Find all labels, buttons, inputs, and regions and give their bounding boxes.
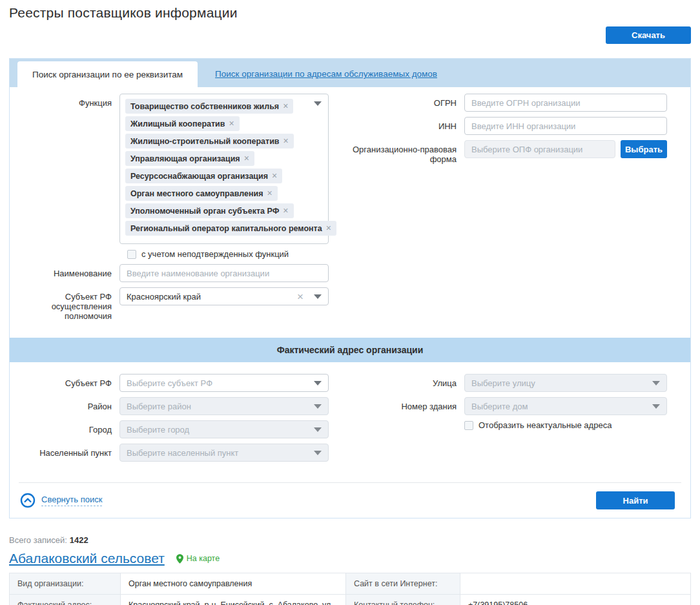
region-authority-label: Субъект РФ осуществления полномочия xyxy=(10,287,119,321)
settlement-placeholder: Выберите населенный пункт xyxy=(127,448,309,458)
opf-input xyxy=(464,140,615,158)
city-placeholder: Выберите город xyxy=(127,425,309,435)
district-select: Выберите район xyxy=(119,397,329,415)
name-label: Наименование xyxy=(10,264,119,282)
chevron-down-icon xyxy=(652,404,660,409)
form-right-column: ОГРН ИНН Организационно-правовая форма xyxy=(350,94,690,321)
table-row: Вид организации: Орган местного самоупра… xyxy=(10,573,691,595)
city-row: Город Выберите город xyxy=(10,420,350,438)
function-chip: Орган местного самоуправления× xyxy=(125,186,278,201)
city-label: Город xyxy=(10,420,119,438)
unconfirmed-functions-row: с учетом неподтвержденных функций xyxy=(127,249,350,259)
chip-label: Орган местного самоуправления xyxy=(130,189,263,198)
remove-icon[interactable]: × xyxy=(229,118,234,128)
settlement-label: Населенный пункт xyxy=(10,444,119,462)
city-select: Выберите город xyxy=(119,420,329,438)
results-total-value: 1422 xyxy=(70,535,88,545)
field-value: +7(39195)78506 xyxy=(460,595,691,605)
chevron-down-icon xyxy=(652,381,660,385)
chevron-down-icon xyxy=(314,427,322,432)
function-label: Функция xyxy=(10,94,119,244)
function-chip: Жилищно-строительный кооператив× xyxy=(125,134,294,149)
results-total: Всего записей:1422 xyxy=(9,535,691,545)
function-chip: Ресурсоснабжающая организация× xyxy=(125,169,282,183)
unconfirmed-functions-checkbox[interactable] xyxy=(127,250,136,259)
remove-icon[interactable]: × xyxy=(244,153,249,163)
field-value: Красноярский край, р-н. Енисейский, с. А… xyxy=(121,595,346,605)
inactive-addresses-label: Отобразить неактуальные адреса xyxy=(479,420,612,430)
collapse-icon[interactable] xyxy=(20,493,36,508)
chevron-down-icon xyxy=(314,451,322,455)
record-header: Абалаковский сельсовет На карте xyxy=(9,551,691,566)
name-input[interactable] xyxy=(119,264,329,282)
district-row: Район Выберите район xyxy=(10,397,350,415)
field-label: Контактный телефон: xyxy=(346,595,460,605)
district-placeholder: Выберите район xyxy=(127,402,309,411)
remove-icon[interactable]: × xyxy=(283,101,288,111)
chip-label: Региональный оператор капитального ремон… xyxy=(130,224,322,233)
chip-label: Жилищно-строительный кооператив xyxy=(130,137,280,146)
settlement-select: Выберите населенный пункт xyxy=(119,444,329,462)
chevron-down-icon[interactable] xyxy=(314,381,322,385)
tab-search-by-addresses[interactable]: Поиск организации по адресам обслуживаем… xyxy=(215,69,437,79)
collapse-search[interactable]: Свернуть поиск xyxy=(20,493,102,508)
map-pin-icon xyxy=(176,554,183,564)
remove-icon[interactable]: × xyxy=(283,136,289,146)
page-title: Реестры поставщиков информации xyxy=(9,0,691,21)
region-label: Субъект РФ xyxy=(10,374,119,392)
function-chip: Жилищный кооператив× xyxy=(125,116,240,131)
address-right-column: Улица Выберите улицу Номер здания Выбери… xyxy=(350,374,690,462)
street-select: Выберите улицу xyxy=(464,374,667,392)
remove-icon[interactable]: × xyxy=(267,188,272,198)
remove-icon[interactable]: × xyxy=(326,223,331,233)
house-label: Номер здания xyxy=(350,397,464,415)
inn-input[interactable] xyxy=(464,117,667,135)
function-row: Функция Товарищество собственников жилья… xyxy=(10,94,350,244)
tab-bar: Поиск организации по ее реквизитам Поиск… xyxy=(10,59,690,87)
clear-icon[interactable]: × xyxy=(297,291,304,302)
region-authority-value: Красноярский край xyxy=(127,292,297,302)
street-label: Улица xyxy=(350,374,464,392)
function-multiselect[interactable]: Товарищество собственников жилья× Жилищн… xyxy=(119,94,329,244)
results-total-label: Всего записей: xyxy=(9,535,67,545)
collapse-search-label[interactable]: Свернуть поиск xyxy=(41,495,102,506)
chip-label: Уполномоченный орган субъекта РФ xyxy=(130,207,279,216)
ogrn-label: ОГРН xyxy=(350,94,464,112)
organization-link[interactable]: Абалаковский сельсовет xyxy=(9,551,165,566)
function-chip: Региональный оператор капитального ремон… xyxy=(125,221,336,236)
house-row: Номер здания Выберите дом xyxy=(350,397,690,415)
form-left-column: Функция Товарищество собственников жилья… xyxy=(10,94,350,321)
inn-label: ИНН xyxy=(350,117,464,135)
chevron-down-icon[interactable] xyxy=(314,101,322,106)
region-authority-row: Субъект РФ осуществления полномочия Крас… xyxy=(10,287,350,321)
function-chip: Товарищество собственников жилья× xyxy=(125,99,293,114)
chip-label: Управляющая организация xyxy=(130,154,240,163)
chip-label: Товарищество собственников жилья xyxy=(130,102,279,111)
field-label: Фактический адрес: xyxy=(10,595,121,605)
search-panel-footer: Свернуть поиск Найти xyxy=(19,482,681,518)
region-select[interactable]: Выберите субъект РФ xyxy=(119,374,329,392)
opf-select-button[interactable]: Выбрать xyxy=(621,140,667,158)
page: Реестры поставщиков информации Скачать П… xyxy=(0,0,700,605)
find-button[interactable]: Найти xyxy=(596,491,675,509)
tab-search-by-requisites[interactable]: Поиск организации по ее реквизитам xyxy=(17,61,198,87)
address-left-column: Субъект РФ Выберите субъект РФ Район Выб… xyxy=(10,374,350,462)
on-map-link[interactable]: На карте xyxy=(176,554,220,564)
field-value: Орган местного самоуправления xyxy=(121,573,346,595)
chip-label: Жилищный кооператив xyxy=(130,119,225,128)
ogrn-input[interactable] xyxy=(464,94,667,112)
remove-icon[interactable]: × xyxy=(283,205,288,216)
region-authority-select[interactable]: Красноярский край × xyxy=(119,287,329,305)
field-label: Вид организации: xyxy=(10,573,121,595)
table-row: Фактический адрес: Красноярский край, р-… xyxy=(10,595,691,605)
inn-row: ИНН xyxy=(350,117,690,135)
remove-icon[interactable]: × xyxy=(272,170,277,181)
chevron-down-icon[interactable] xyxy=(314,294,322,299)
download-button[interactable]: Скачать xyxy=(606,26,691,44)
on-map-label[interactable]: На карте xyxy=(187,554,220,563)
function-chip: Уполномоченный орган субъекта РФ× xyxy=(125,203,294,218)
settlement-row: Населенный пункт Выберите населенный пун… xyxy=(10,444,350,462)
region-placeholder: Выберите субъект РФ xyxy=(127,378,309,388)
inactive-addresses-checkbox[interactable] xyxy=(464,421,473,430)
inactive-addresses-row: Отобразить неактуальные адреса xyxy=(350,420,690,430)
